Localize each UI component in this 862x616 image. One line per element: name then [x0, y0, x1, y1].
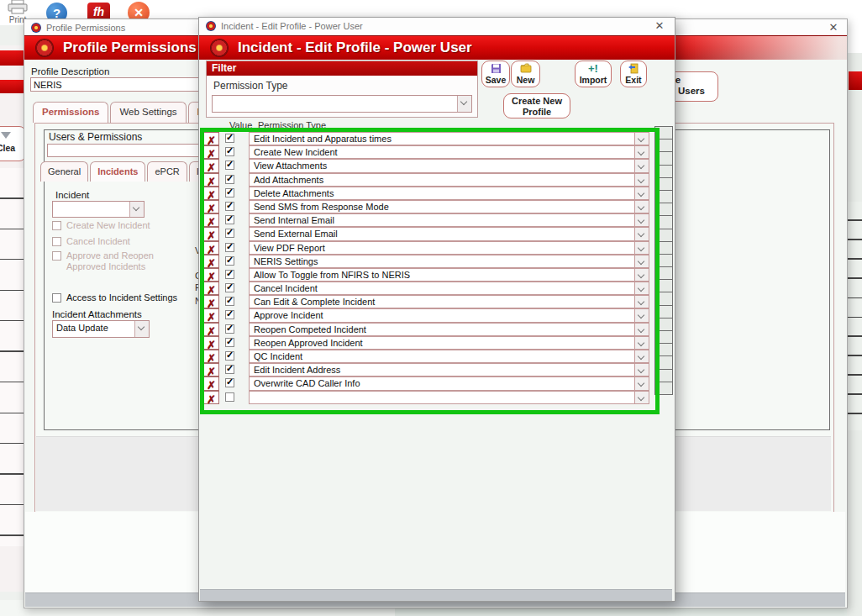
permission-type-cell[interactable] [249, 391, 649, 404]
value-checkbox[interactable] [225, 229, 234, 238]
permission-type-cell[interactable]: Can Edit & Complete Incident [249, 295, 649, 308]
permission-type-cell[interactable]: Edit Incident Address [249, 363, 649, 376]
chevron-down-icon[interactable] [634, 350, 649, 362]
delete-row-button[interactable]: ✗ [203, 323, 219, 336]
chevron-down-icon[interactable] [634, 269, 649, 281]
permission-type-cell[interactable]: Send SMS from Response Mode [249, 200, 649, 213]
delete-row-button[interactable]: ✗ [203, 200, 219, 213]
exit-button[interactable]: Exit [620, 61, 647, 87]
value-checkbox[interactable] [225, 243, 234, 252]
permission-type-cell[interactable]: Approve Incident [249, 308, 649, 322]
value-checkbox[interactable] [225, 338, 234, 347]
delete-row-button[interactable]: ✗ [203, 255, 219, 268]
chevron-down-icon[interactable] [634, 242, 649, 254]
permission-type-cell[interactable]: Cancel Incident [249, 282, 649, 295]
chevron-down-icon[interactable] [634, 146, 649, 158]
chevron-down-icon[interactable] [634, 309, 649, 321]
permission-type-cell[interactable]: Edit Incident and Apparatus times [249, 132, 649, 145]
delete-row-button[interactable]: ✗ [203, 391, 219, 404]
permission-type-cell[interactable]: Reopen Approved Incident [249, 336, 649, 350]
delete-row-button[interactable]: ✗ [203, 336, 219, 350]
permission-type-cell[interactable]: NERIS Settings [249, 255, 649, 268]
create-new-profile-button[interactable]: Create New Profile [503, 93, 570, 118]
chevron-down-icon[interactable] [634, 296, 649, 308]
import-button[interactable]: +! Import [575, 61, 612, 87]
chevron-down-icon[interactable] [634, 282, 649, 294]
chevron-down-icon[interactable] [634, 337, 649, 349]
value-checkbox[interactable] [225, 215, 234, 224]
value-checkbox[interactable] [225, 297, 234, 306]
chevron-down-icon[interactable] [634, 364, 649, 376]
tab-epcr[interactable]: ePCR [147, 161, 187, 182]
permission-type-filter-dropdown[interactable] [212, 95, 472, 113]
profile-description-input[interactable]: NERIS [30, 77, 219, 92]
permission-type-cell[interactable]: QC Incident [249, 350, 649, 363]
value-checkbox[interactable] [225, 188, 234, 197]
value-checkbox[interactable] [225, 256, 234, 266]
checkbox[interactable] [52, 237, 61, 246]
delete-row-button[interactable]: ✗ [203, 308, 219, 322]
chevron-down-icon[interactable] [634, 201, 649, 213]
value-checkbox[interactable] [225, 351, 234, 361]
checkbox[interactable] [52, 221, 61, 230]
chevron-down-icon[interactable] [634, 324, 649, 335]
value-checkbox[interactable] [225, 283, 234, 292]
dialog-close-icon[interactable]: ✕ [653, 19, 666, 33]
chevron-down-icon[interactable] [134, 321, 149, 337]
chevron-down-icon[interactable] [634, 377, 649, 389]
delete-row-button[interactable]: ✗ [203, 295, 219, 308]
value-checkbox[interactable] [225, 378, 234, 387]
permission-type-cell[interactable]: View PDF Report [249, 241, 649, 255]
chevron-down-icon[interactable] [634, 174, 649, 186]
value-checkbox[interactable] [225, 161, 234, 170]
checkbox[interactable] [52, 293, 61, 303]
value-checkbox[interactable] [225, 202, 234, 211]
delete-row-button[interactable]: ✗ [203, 187, 219, 200]
chevron-down-icon[interactable] [634, 160, 649, 171]
value-checkbox[interactable] [225, 324, 234, 334]
chevron-down-icon[interactable] [634, 255, 649, 267]
permission-type-cell[interactable]: Create New Incident [249, 145, 649, 159]
chevron-down-icon[interactable] [634, 392, 649, 403]
value-checkbox[interactable] [225, 175, 234, 184]
delete-row-button[interactable]: ✗ [203, 241, 219, 255]
permission-type-cell[interactable]: Overwrite CAD Caller Info [249, 376, 649, 390]
tab-general[interactable]: General [40, 161, 88, 182]
clear-filter-button[interactable]: ✗ Clea [0, 126, 26, 161]
delete-row-button[interactable]: ✗ [203, 132, 219, 145]
value-checkbox[interactable] [225, 134, 234, 143]
permission-type-cell[interactable]: Send Internal Email [249, 213, 649, 227]
permission-type-cell[interactable]: Allow To Toggle from NFIRS to NERIS [249, 268, 649, 282]
delete-row-button[interactable]: ✗ [203, 376, 219, 390]
value-checkbox[interactable] [225, 270, 234, 279]
delete-row-button[interactable]: ✗ [203, 282, 219, 295]
delete-row-button[interactable]: ✗ [203, 173, 219, 187]
incident-dropdown[interactable] [52, 201, 145, 218]
chevron-down-icon[interactable] [457, 96, 471, 112]
value-checkbox[interactable] [225, 147, 234, 156]
permission-type-cell[interactable]: Reopen Competed Incident [249, 323, 649, 336]
delete-row-button[interactable]: ✗ [203, 268, 219, 282]
tab-incidents[interactable]: Incidents [90, 161, 145, 182]
value-checkbox[interactable] [225, 310, 234, 319]
new-button[interactable]: New [511, 61, 540, 87]
chevron-down-icon[interactable] [129, 202, 144, 217]
permission-type-cell[interactable]: Delete Attachments [249, 187, 649, 200]
chevron-down-icon[interactable] [634, 187, 649, 199]
chevron-down-icon[interactable] [634, 133, 649, 145]
delete-row-button[interactable]: ✗ [203, 213, 219, 227]
permission-type-cell[interactable]: Add Attachments [249, 173, 649, 187]
bg-window-close-icon[interactable]: ✕ [827, 21, 840, 34]
delete-row-button[interactable]: ✗ [203, 159, 219, 172]
tab-web-settings[interactable]: Web Settings [110, 102, 186, 123]
save-button[interactable]: Save [481, 61, 510, 87]
delete-row-button[interactable]: ✗ [203, 145, 219, 159]
incident-attachments-dropdown[interactable]: Data Update [52, 320, 150, 338]
chevron-down-icon[interactable] [634, 228, 649, 240]
permission-type-cell[interactable]: Send External Email [249, 227, 649, 240]
delete-row-button[interactable]: ✗ [203, 363, 219, 376]
checkbox[interactable] [52, 251, 61, 261]
delete-row-button[interactable]: ✗ [203, 227, 219, 240]
value-checkbox[interactable] [225, 365, 234, 374]
value-checkbox[interactable] [225, 392, 234, 402]
